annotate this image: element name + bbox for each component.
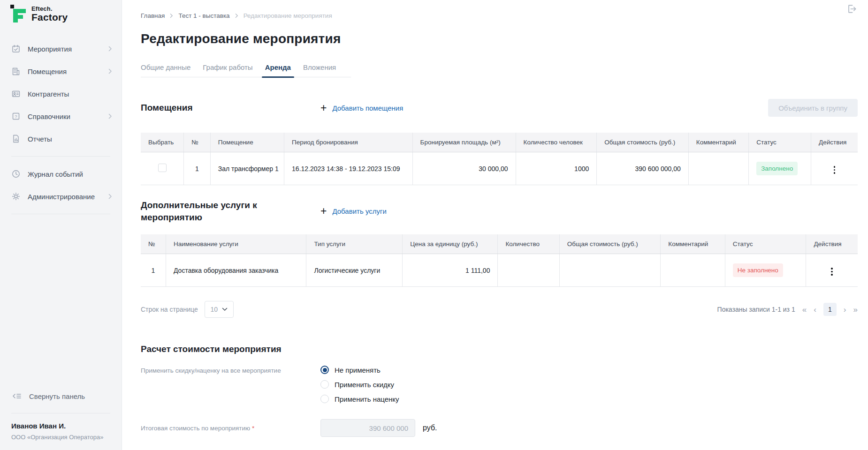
last-page-button[interactable]: » — [853, 306, 858, 314]
rows-per-page-label: Строк на странице — [141, 306, 198, 313]
plus-icon: + — [320, 103, 327, 113]
group-rooms-button[interactable]: Объединить в группу — [768, 99, 858, 117]
row-actions-button[interactable] — [828, 266, 836, 278]
discount-label: Применить скидку/наценку на все мероприя… — [141, 366, 320, 403]
radio-option-label: Не применять — [335, 366, 381, 374]
gear-icon — [11, 192, 21, 201]
logout-button[interactable] — [845, 3, 858, 17]
row-actions-button[interactable] — [831, 164, 838, 176]
page-size-select[interactable]: 10 — [205, 301, 234, 318]
brand-name-bottom: Factory — [31, 12, 68, 22]
column-header: № — [141, 234, 166, 254]
app-root: Eftech. Factory МероприятияПомещенияКонт… — [0, 0, 868, 450]
sidebar-nav-main: МероприятияПомещенияКонтрагенты?Справочн… — [0, 38, 122, 150]
sidebar-item-label: Администрирование — [28, 193, 95, 201]
sidebar-item-contractors[interactable]: Контрагенты — [0, 82, 122, 105]
services-section-title: Дополнительные услуги к мероприятию — [141, 199, 320, 223]
tab-schedule[interactable]: График работы — [203, 63, 252, 77]
pagination-bar: Строк на странице 10 Показаны записи 1-1… — [141, 301, 858, 318]
clock-icon — [11, 169, 21, 179]
page-size-value: 10 — [210, 306, 218, 313]
breadcrumb-item[interactable]: Главная — [141, 12, 165, 19]
directory-icon: ? — [11, 112, 21, 121]
sidebar-item-rooms[interactable]: Помещения — [0, 60, 122, 82]
tab-rent[interactable]: Аренда — [265, 63, 291, 77]
cell-people: 1000 — [516, 152, 597, 185]
brand-logo-icon — [10, 5, 27, 23]
chevron-down-icon — [222, 308, 228, 311]
sidebar-item-label: Справочники — [28, 112, 70, 120]
row-checkbox[interactable] — [158, 164, 167, 172]
current-page-button[interactable]: 1 — [823, 303, 837, 316]
cell-name: Доставка оборудования заказчика — [166, 254, 306, 287]
total-cost-input[interactable] — [320, 419, 415, 437]
breadcrumb-item[interactable]: Тест 1 - выставка — [178, 12, 229, 19]
collapse-panel-button[interactable]: Свернуть панель — [0, 385, 122, 407]
building-icon — [11, 67, 21, 76]
cell-comment — [688, 152, 748, 185]
table-row: 1Доставка оборудования заказчикаЛогистич… — [141, 254, 858, 287]
collapse-panel-icon — [11, 391, 23, 401]
cell-period: 16.12.2023 14:38 - 19.12.2023 15:09 — [284, 152, 413, 185]
add-services-label: Добавить услуги — [332, 207, 386, 215]
sidebar-item-administration[interactable]: Администрирование — [0, 185, 122, 208]
column-header: Статус — [725, 234, 806, 254]
sidebar-item-reports[interactable]: Отчеты — [0, 128, 122, 150]
status-badge: Заполнено — [756, 162, 798, 175]
cell-room: Зал трансформер 1 — [210, 152, 284, 185]
total-cost-label-text: Итоговая стоимость по мероприятию — [141, 425, 250, 432]
radio-option-discount[interactable]: Применить скидку — [320, 380, 399, 389]
cell-type: Логистические услуги — [306, 254, 403, 287]
rooms-section-header: Помещения + Добавить помещения Объединит… — [141, 99, 858, 117]
topbar: ГлавнаяТест 1 - выставкаРедактирование м… — [141, 0, 858, 19]
cell-total — [559, 254, 660, 287]
sidebar-item-directories[interactable]: ?Справочники — [0, 105, 122, 128]
column-header: Общая стоимость (руб.) — [597, 133, 689, 152]
chevron-right-icon — [108, 194, 112, 199]
radio-option-markup[interactable]: Применить наценку — [320, 395, 399, 403]
brand-name: Eftech. Factory — [31, 5, 68, 22]
table-header-row: №Наименование услугиТип услугиЦена за ед… — [141, 234, 858, 254]
services-section-header: Дополнительные услуги к мероприятию + До… — [141, 199, 858, 223]
radio-icon — [320, 366, 329, 374]
pagination-info: Показаны записи 1-1 из 1 — [717, 306, 795, 313]
column-header: Тип услуги — [306, 234, 403, 254]
contractors-icon — [11, 89, 21, 98]
column-header: Цена за единицу (руб.) — [403, 234, 498, 254]
pagination-controls: Показаны записи 1-1 из 1 « ‹ 1 › » — [717, 303, 858, 316]
tab-general[interactable]: Общие данные — [141, 63, 190, 77]
sidebar-item-label: Контрагенты — [28, 90, 69, 98]
reports-icon — [11, 134, 21, 143]
column-header: Действия — [811, 133, 858, 152]
column-header: № — [184, 133, 211, 152]
add-rooms-button[interactable]: + Добавить помещения — [320, 103, 403, 113]
sidebar-item-event-log[interactable]: Журнал событий — [0, 163, 122, 185]
logout-icon — [845, 3, 858, 15]
radio-option-label: Применить наценку — [335, 395, 399, 403]
first-page-button[interactable]: « — [802, 306, 807, 314]
page-title: Редактирование мероприятия — [141, 31, 858, 46]
sidebar-divider — [11, 214, 110, 214]
cell-num: 1 — [184, 152, 211, 185]
sidebar: Eftech. Factory МероприятияПомещенияКонт… — [0, 0, 122, 450]
next-page-button[interactable]: › — [844, 306, 846, 314]
discount-form-row: Применить скидку/наценку на все мероприя… — [141, 366, 858, 403]
plus-icon: + — [320, 206, 327, 217]
cell-badge: Заполнено — [749, 152, 811, 185]
add-services-button[interactable]: + Добавить услуги — [320, 206, 387, 217]
calendar-icon — [11, 44, 21, 53]
discount-radio-group: Не применятьПрименить скидкуПрименить на… — [320, 366, 399, 403]
logo: Eftech. Factory — [0, 0, 122, 23]
column-header: Общая стоимость (руб.) — [559, 234, 660, 254]
sidebar-item-events[interactable]: Мероприятия — [0, 38, 122, 60]
add-rooms-label: Добавить помещения — [332, 104, 403, 112]
previous-page-button[interactable]: ‹ — [814, 306, 816, 314]
column-header: Комментарий — [688, 133, 748, 152]
chevron-right-icon — [108, 68, 112, 74]
main-content: ГлавнаяТест 1 - выставкаРедактирование м… — [122, 0, 868, 450]
sidebar-nav-secondary: Журнал событийАдминистрирование — [0, 163, 122, 208]
tab-attachments[interactable]: Вложения — [303, 63, 336, 77]
sidebar-item-label: Отчеты — [28, 135, 52, 143]
radio-option-none[interactable]: Не применять — [320, 366, 399, 374]
total-form-row: Итоговая стоимость по мероприятию * руб. — [141, 419, 858, 437]
